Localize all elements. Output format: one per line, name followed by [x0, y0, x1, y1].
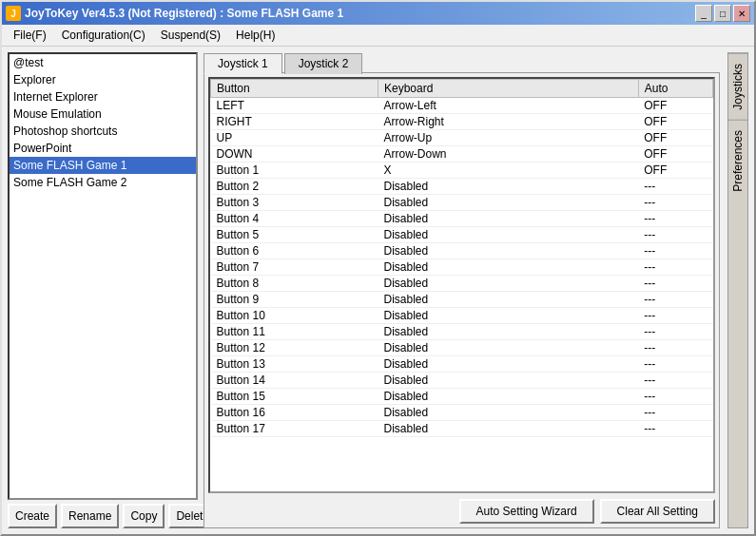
table-row[interactable]: RIGHT Arrow-Right OFF	[211, 114, 713, 130]
cell-button: Button 9	[211, 292, 378, 308]
table-row[interactable]: Button 9 Disabled ---	[211, 292, 713, 308]
copy-button[interactable]: Copy	[123, 504, 165, 528]
cell-auto: ---	[638, 340, 712, 356]
cell-button: Button 6	[211, 243, 378, 259]
col-button: Button	[211, 80, 378, 98]
cell-button: Button 13	[211, 356, 378, 373]
profile-item[interactable]: Internet Explorer	[10, 88, 196, 105]
cell-auto: ---	[638, 227, 712, 243]
cell-auto: ---	[638, 243, 712, 259]
cell-keyboard: Disabled	[378, 405, 639, 421]
title-bar: J JoyToKey Ver4.5.3 (Not Registered) : S…	[2, 2, 754, 25]
cell-keyboard: Arrow-Down	[378, 146, 639, 163]
tab-joystick2[interactable]: Joystick 2	[284, 53, 363, 74]
cell-keyboard: Arrow-Up	[378, 130, 639, 146]
profile-item[interactable]: Mouse Emulation	[10, 105, 196, 123]
table-row[interactable]: Button 5 Disabled ---	[211, 227, 713, 243]
table-row[interactable]: Button 4 Disabled ---	[211, 211, 713, 227]
cell-auto: ---	[638, 405, 712, 421]
profile-item[interactable]: PowerPoint	[10, 140, 196, 157]
maximize-button[interactable]: □	[714, 5, 731, 22]
table-row[interactable]: Button 1 X OFF	[211, 163, 713, 179]
cell-button: Button 12	[211, 340, 378, 356]
cell-auto: ---	[638, 195, 712, 211]
menu-suspend[interactable]: Suspend(S)	[153, 27, 228, 44]
minimize-button[interactable]: _	[695, 5, 712, 22]
app-icon: J	[6, 6, 21, 21]
table-row[interactable]: Button 14 Disabled ---	[211, 373, 713, 389]
cell-keyboard: Disabled	[378, 340, 639, 356]
cell-button: Button 4	[211, 211, 378, 227]
cell-auto: OFF	[638, 130, 712, 146]
cell-button: Button 7	[211, 259, 378, 276]
cell-keyboard: Arrow-Left	[378, 98, 639, 114]
menu-configuration[interactable]: Configuration(C)	[54, 27, 153, 44]
profile-item[interactable]: Some FLASH Game 2	[10, 174, 196, 191]
cell-keyboard: Arrow-Right	[378, 114, 639, 130]
table-row[interactable]: DOWN Arrow-Down OFF	[211, 146, 713, 163]
profile-item[interactable]: Explorer	[10, 71, 196, 88]
profile-list[interactable]: @test Explorer Internet Explorer Mouse E…	[8, 52, 198, 500]
button-table-container[interactable]: Button Keyboard Auto LEFT Arrow-Left OFF…	[208, 77, 715, 493]
joystick-tabs: Joystick 1 Joystick 2	[204, 52, 720, 73]
right-panel: Joystick 1 Joystick 2 Button Keyboard Au…	[204, 52, 720, 528]
cell-button: Button 2	[211, 179, 378, 195]
profile-item[interactable]: Photoshop shortcuts	[10, 123, 196, 140]
close-button[interactable]: ✕	[733, 5, 750, 22]
table-row[interactable]: Button 16 Disabled ---	[211, 405, 713, 421]
auto-setting-wizard-button[interactable]: Auto Setting Wizard	[459, 499, 594, 524]
table-row[interactable]: Button 8 Disabled ---	[211, 276, 713, 292]
cell-button: Button 15	[211, 389, 378, 405]
cell-auto: OFF	[638, 114, 712, 130]
cell-keyboard: Disabled	[378, 227, 639, 243]
cell-keyboard: Disabled	[378, 243, 639, 259]
cell-button: Button 3	[211, 195, 378, 211]
table-row[interactable]: UP Arrow-Up OFF	[211, 130, 713, 146]
cell-auto: ---	[638, 373, 712, 389]
menu-help[interactable]: Help(H)	[228, 27, 282, 44]
cell-auto: ---	[638, 356, 712, 373]
cell-keyboard: Disabled	[378, 389, 639, 405]
tab-joystick1[interactable]: Joystick 1	[204, 53, 282, 74]
profile-action-buttons: Create Rename Copy Delete	[8, 504, 198, 528]
table-row[interactable]: Button 12 Disabled ---	[211, 340, 713, 356]
cell-keyboard: Disabled	[378, 373, 639, 389]
sidebar-tab-joysticks[interactable]: Joysticks	[728, 53, 747, 120]
cell-keyboard: Disabled	[378, 259, 639, 276]
left-panel: @test Explorer Internet Explorer Mouse E…	[8, 52, 198, 528]
table-row[interactable]: Button 7 Disabled ---	[211, 259, 713, 276]
cell-keyboard: Disabled	[378, 308, 639, 324]
action-buttons: Auto Setting Wizard Clear All Setting	[208, 499, 715, 524]
cell-auto: ---	[638, 292, 712, 308]
cell-button: Button 17	[211, 421, 378, 437]
cell-keyboard: Disabled	[378, 324, 639, 340]
table-row[interactable]: Button 2 Disabled ---	[211, 179, 713, 195]
button-table: Button Keyboard Auto LEFT Arrow-Left OFF…	[210, 79, 713, 437]
sidebar-tab-preferences[interactable]: Preferences	[728, 120, 747, 201]
table-row[interactable]: Button 6 Disabled ---	[211, 243, 713, 259]
create-button[interactable]: Create	[8, 504, 57, 528]
cell-auto: ---	[638, 308, 712, 324]
cell-keyboard: Disabled	[378, 356, 639, 373]
window-title: JoyToKey Ver4.5.3 (Not Registered) : Som…	[25, 7, 343, 20]
cell-auto: ---	[638, 259, 712, 276]
rename-button[interactable]: Rename	[61, 504, 119, 528]
table-row[interactable]: Button 3 Disabled ---	[211, 195, 713, 211]
col-keyboard: Keyboard	[378, 80, 639, 98]
profile-item-selected[interactable]: Some FLASH Game 1	[10, 157, 196, 174]
cell-button: Button 1	[211, 163, 378, 179]
menubar: File(F) Configuration(C) Suspend(S) Help…	[2, 25, 754, 47]
tab-content: Button Keyboard Auto LEFT Arrow-Left OFF…	[204, 72, 720, 528]
table-row[interactable]: LEFT Arrow-Left OFF	[211, 98, 713, 114]
cell-button: LEFT	[211, 98, 378, 114]
table-row[interactable]: Button 17 Disabled ---	[211, 421, 713, 437]
table-row[interactable]: Button 10 Disabled ---	[211, 308, 713, 324]
table-row[interactable]: Button 13 Disabled ---	[211, 356, 713, 373]
profile-item[interactable]: @test	[10, 54, 196, 71]
cell-keyboard: Disabled	[378, 276, 639, 292]
table-row[interactable]: Button 15 Disabled ---	[211, 389, 713, 405]
menu-file[interactable]: File(F)	[6, 27, 54, 44]
clear-all-setting-button[interactable]: Clear All Setting	[600, 499, 715, 524]
cell-auto: OFF	[638, 163, 712, 179]
table-row[interactable]: Button 11 Disabled ---	[211, 324, 713, 340]
